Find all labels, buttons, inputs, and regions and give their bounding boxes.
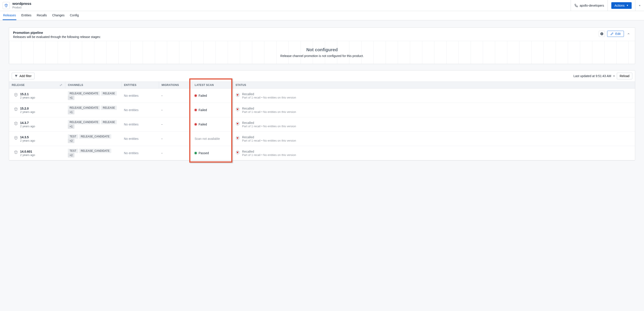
status-subtitle: Part of 1 recall • No entities on this v… <box>242 139 296 142</box>
channel-more-badge[interactable]: +2 <box>68 153 74 158</box>
actions-segment: Actions ▼ <box>608 0 635 11</box>
add-filter-button[interactable]: + Add filter <box>12 73 34 79</box>
top-bar-left: wordpress Product <box>0 2 31 9</box>
status-title: Recalled <box>242 107 296 110</box>
entities-text: No entities <box>124 108 138 112</box>
pipeline-header: Promotion pipeline Releases will be eval… <box>9 28 635 41</box>
page-content: Promotion pipeline Releases will be eval… <box>0 20 644 168</box>
channel-badge: RELEASE <box>101 120 116 124</box>
tab-label: Changes <box>52 14 64 17</box>
channel-badge: RELEASE <box>101 106 116 110</box>
panel-toggle[interactable] <box>635 0 644 11</box>
status-subtitle: Part of 1 recall • No entities on this v… <box>242 96 296 99</box>
releases-table-panel: + Add filter Last updated at 9:51:43 AM … <box>9 70 635 160</box>
svg-text:+: + <box>17 74 18 76</box>
org-name: apollo-developers <box>580 4 604 7</box>
releases-table: RELEASE CHANNELS ENTITIES MIGRATIONS LAT… <box>9 82 635 160</box>
svg-rect-0 <box>639 5 640 6</box>
tab-bar: Releases Entities Recalls Changes Config <box>0 11 644 20</box>
collapse-button[interactable] <box>626 31 631 36</box>
scan-status-dot <box>194 109 197 111</box>
channel-more-badge[interactable]: +2 <box>68 139 74 143</box>
migrations-text: - <box>162 122 162 126</box>
scan-status-label: Failed <box>198 122 207 126</box>
scan-status-label: Failed <box>198 94 207 98</box>
table-row[interactable]: 15.2.0 2 years ago RELEASE_CANDIDATERELE… <box>9 103 635 117</box>
recalled-icon <box>236 107 240 112</box>
top-bar: wordpress Product apollo-developers Acti… <box>0 0 644 11</box>
recalled-icon <box>236 122 240 126</box>
filter-icon: + <box>14 74 18 78</box>
col-header-entities[interactable]: ENTITIES <box>121 82 159 88</box>
svg-text:i: i <box>602 33 602 35</box>
edit-button-label: Edit <box>615 32 620 36</box>
separator-dot: • <box>614 74 615 78</box>
channel-more-badge[interactable]: +1 <box>68 96 74 100</box>
table-toolbar: + Add filter Last updated at 9:51:43 AM … <box>9 70 635 82</box>
scan-status-label: Passed <box>198 151 209 155</box>
table-row[interactable]: 14.3.7 2 years ago RELEASE_CANDIDATERELE… <box>9 117 635 132</box>
col-header-channels[interactable]: CHANNELS <box>65 82 121 88</box>
migrations-text: - <box>162 151 162 155</box>
status-title: Recalled <box>242 121 296 124</box>
org-segment[interactable]: apollo-developers <box>571 0 608 11</box>
col-header-label: ENTITIES <box>124 84 136 86</box>
col-header-label: STATUS <box>236 84 246 86</box>
pipeline-empty-title: Not configured <box>9 47 635 52</box>
cube-icon <box>14 150 18 154</box>
entities-text: No entities <box>124 151 138 155</box>
actions-button[interactable]: Actions ▼ <box>611 2 632 9</box>
cube-icon <box>14 136 18 140</box>
col-header-migrations[interactable]: MIGRATIONS <box>159 82 192 88</box>
channel-badge: RELEASE <box>101 91 116 96</box>
cube-icon <box>14 107 18 111</box>
recalled-icon <box>236 136 240 140</box>
release-age: 2 years ago <box>20 139 35 142</box>
channel-badge: RELEASE_CANDIDATE <box>79 149 111 153</box>
info-button[interactable]: i <box>599 31 605 37</box>
channel-badge: RELEASE_CANDIDATE <box>68 106 100 110</box>
table-row[interactable]: 14.0.601 2 years ago TESTRELEASE_CANDIDA… <box>9 146 635 160</box>
tab-entities[interactable]: Entities <box>21 11 32 20</box>
tab-recalls[interactable]: Recalls <box>36 11 47 20</box>
table-row[interactable]: 15.2.1 2 years ago RELEASE_CANDIDATERELE… <box>9 88 635 103</box>
migrations-text: - <box>162 94 162 98</box>
channel-badge: TEST <box>68 134 78 139</box>
pipeline-description: Releases will be evaluated through the f… <box>13 35 101 39</box>
col-header-status[interactable]: STATUS <box>233 82 635 88</box>
entities-text: No entities <box>124 137 138 140</box>
pipeline-empty-desc: Release channel promotion is not configu… <box>9 54 635 58</box>
edit-button[interactable]: Edit <box>607 31 624 37</box>
channel-more-badge[interactable]: +1 <box>68 110 74 114</box>
col-header-label: RELEASE <box>12 84 25 86</box>
migrations-text: - <box>162 137 162 140</box>
scan-status-dot <box>194 123 197 126</box>
col-header-label: CHANNELS <box>68 84 83 86</box>
col-header-release[interactable]: RELEASE <box>9 82 65 88</box>
release-version: 14.3.5 <box>20 136 35 139</box>
col-header-latest-scan[interactable]: LATEST SCAN <box>192 82 233 88</box>
tab-label: Config <box>70 14 78 17</box>
chevron-up-icon <box>627 32 630 35</box>
tab-releases[interactable]: Releases <box>3 11 16 20</box>
channel-badge: RELEASE_CANDIDATE <box>68 91 100 96</box>
recalled-icon <box>236 150 240 154</box>
add-filter-label: Add filter <box>20 74 32 78</box>
status-subtitle: Part of 1 recall • No entities on this v… <box>242 124 296 128</box>
tab-config[interactable]: Config <box>69 11 79 20</box>
scan-not-available: Scan not available <box>194 137 220 140</box>
release-version: 14.0.601 <box>20 150 35 153</box>
col-header-label: LATEST SCAN <box>195 84 214 86</box>
info-icon: i <box>600 32 604 36</box>
table-row[interactable]: 14.3.5 2 years ago TESTRELEASE_CANDIDATE… <box>9 132 635 146</box>
release-age: 2 years ago <box>20 153 35 156</box>
channel-badge: TEST <box>68 149 78 153</box>
entities-text: No entities <box>124 94 138 98</box>
tab-changes[interactable]: Changes <box>52 11 65 20</box>
last-updated-text: Last updated at 9:51:43 AM <box>573 74 611 78</box>
channel-more-badge[interactable]: +1 <box>68 124 74 129</box>
cube-icon <box>14 93 18 97</box>
pipeline-title: Promotion pipeline <box>13 31 101 34</box>
sort-icon[interactable] <box>60 84 62 86</box>
reload-button[interactable]: Reload <box>617 73 632 79</box>
